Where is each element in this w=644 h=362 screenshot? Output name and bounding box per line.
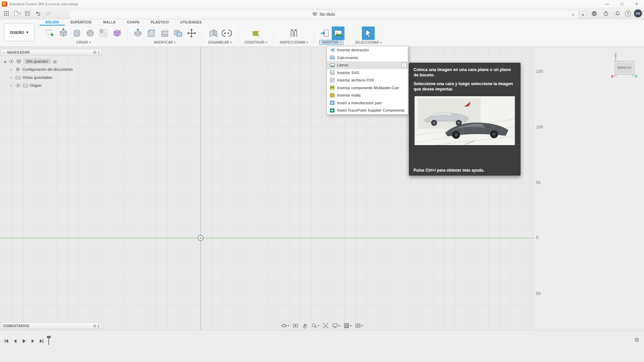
grid-settings-button[interactable]: ▾ <box>342 322 353 329</box>
press-pull-button[interactable] <box>131 26 144 40</box>
menu-item-insert-dxf[interactable]: Insertar archivos DXF <box>327 76 408 84</box>
save-button[interactable] <box>23 9 32 18</box>
look-at-button[interactable] <box>291 322 300 329</box>
combine-button[interactable] <box>172 26 184 40</box>
comments-grip-icon[interactable]: ∥ <box>98 324 100 328</box>
tab-superficie[interactable]: SUPERFICIE <box>65 20 98 25</box>
display-settings-button[interactable]: ▾ <box>331 322 341 329</box>
tab-malla[interactable]: MALLA <box>98 20 121 25</box>
create-sketch-button[interactable] <box>44 26 56 40</box>
app-grid-icon[interactable] <box>2 9 11 18</box>
construir-group-label[interactable]: CONSTRUIR ▾ <box>242 40 269 45</box>
orbit-button[interactable]: ▾ <box>280 322 290 329</box>
extrude-button[interactable] <box>57 26 70 40</box>
ribbon-group-insertar: INSERTAR ▾ <box>314 25 348 47</box>
revolve-button[interactable] <box>70 26 83 40</box>
redo-button[interactable] <box>44 9 53 18</box>
insertar-group-label[interactable]: INSERTAR ▾ <box>319 40 343 45</box>
root-expand-icon[interactable]: ◢ <box>3 60 7 63</box>
expand-icon[interactable]: ▷ <box>9 68 13 71</box>
fillet-button[interactable] <box>145 26 158 40</box>
activate-component-icon[interactable]: ◎ <box>53 59 56 64</box>
new-component-button[interactable] <box>207 26 220 40</box>
move-copy-button[interactable] <box>185 26 198 40</box>
menu-item-insert-svg[interactable]: Insertar SVG <box>327 69 408 77</box>
pan-button[interactable] <box>301 322 309 329</box>
shell-button[interactable] <box>158 26 171 40</box>
notifications-bell-icon[interactable] <box>613 9 622 18</box>
visibility-eye-icon[interactable] <box>8 59 14 64</box>
extensions-timer-icon[interactable] <box>601 9 610 18</box>
menu-item-insert-derive[interactable]: Insertar derivación <box>327 46 408 54</box>
document-tab[interactable]: Sin título <box>69 10 578 19</box>
new-tab-button[interactable]: + <box>580 11 586 18</box>
tree-item-document-settings[interactable]: ▷ ⚙ Configuración del documento <box>3 65 73 73</box>
construct-plane-button[interactable] <box>249 26 262 40</box>
view-navigation-toolbar: ▾ ▾ ▾ ▾ ▾ <box>280 322 364 329</box>
viewcube-y-axis-label[interactable]: Y <box>635 75 637 78</box>
skip-to-end-button[interactable] <box>38 337 45 345</box>
select-button[interactable] <box>362 26 375 40</box>
close-window-button[interactable]: × <box>629 0 644 8</box>
insert-canvas-button[interactable] <box>332 26 344 40</box>
fit-button[interactable] <box>321 322 330 329</box>
job-status-icon[interactable] <box>590 9 598 18</box>
menu-item-insert-manufacturer-part[interactable]: Insert a manufacturer part <box>327 99 408 107</box>
create-form-button[interactable] <box>111 26 123 40</box>
collapse-navigator-icon[interactable]: « <box>3 50 5 54</box>
navigator-minimize-icon[interactable]: ⊖ <box>93 50 96 55</box>
undo-button[interactable] <box>34 9 42 18</box>
timeline-settings-gear-icon[interactable]: ⚙ <box>634 337 639 344</box>
tab-plastico[interactable]: PLÁSTICO <box>145 20 175 25</box>
timeline-position-marker[interactable] <box>47 336 51 345</box>
workspace-selector-button[interactable]: DISEÑO ▾ <box>4 23 34 41</box>
viewcube-z-axis-label[interactable]: Z <box>614 52 617 57</box>
measure-button[interactable] <box>287 26 300 40</box>
joint-button[interactable] <box>220 26 233 40</box>
ensamblar-group-label[interactable]: ENSAMBLAR ▾ <box>206 40 234 45</box>
tree-item-saved-views[interactable]: ▷ Vistas guardadas <box>3 73 73 81</box>
step-forward-button[interactable] <box>29 337 36 345</box>
step-back-button[interactable] <box>11 337 19 345</box>
file-menu-button[interactable]: ▾ <box>12 9 21 18</box>
play-button[interactable] <box>20 337 28 345</box>
expand-icon[interactable]: ▷ <box>9 84 13 87</box>
pattern-button[interactable] <box>97 26 110 40</box>
viewcube-x-axis-label[interactable]: X <box>611 75 613 78</box>
seleccionar-group-label[interactable]: SELECCIONAR ▾ <box>353 40 384 45</box>
visibility-eye-icon[interactable] <box>15 83 21 88</box>
skip-to-start-button[interactable] <box>3 337 10 345</box>
modeling-canvas[interactable]: 150 100 50 0 50 <box>0 47 644 330</box>
sweep-button[interactable] <box>84 26 97 40</box>
tree-root-row[interactable]: ◢ (Sin guardar) ◎ <box>3 57 73 65</box>
viewcube[interactable]: Z DERECHA X Y <box>611 52 638 80</box>
menu-item-insert-mcmaster[interactable]: Insertar componente McMaster-Carr <box>327 84 408 92</box>
navigator-grip-icon[interactable]: ∥ <box>98 50 100 55</box>
menu-item-decal[interactable]: Calcomanía <box>327 54 408 62</box>
modificar-group-label[interactable]: MODIFICAR ▾ <box>152 40 178 45</box>
maximize-button[interactable]: □ <box>614 0 629 8</box>
crear-group-label[interactable]: CREAR ▾ <box>74 40 93 45</box>
menu-item-canvas[interactable]: Lienzo ⋮ <box>327 61 408 69</box>
minimize-button[interactable]: — <box>600 0 614 8</box>
origin-marker[interactable] <box>198 235 204 241</box>
comments-minimize-icon[interactable]: ⊖ <box>93 323 96 328</box>
menu-item-insert-traceparts[interactable]: Insert TraceParts Supplier Components <box>327 107 408 114</box>
insert-derive-button[interactable] <box>318 26 331 40</box>
inspeccionar-group-label[interactable]: INSPECCIONAR ▾ <box>277 40 310 45</box>
tab-solido[interactable]: SOLIDO <box>40 20 65 25</box>
close-tab-button[interactable]: × <box>570 12 576 18</box>
browser-tree: ◢ (Sin guardar) ◎ ▷ ⚙ Configuración del … <box>3 57 73 89</box>
viewports-button[interactable]: ▾ <box>354 322 364 329</box>
tab-chapa[interactable]: CHAPA <box>121 20 145 25</box>
menu-item-options-button[interactable]: ⋮ <box>401 62 407 68</box>
help-icon[interactable]: ? <box>625 10 631 16</box>
zoom-button[interactable]: ▾ <box>310 322 320 329</box>
user-avatar[interactable]: GS <box>634 9 642 17</box>
tree-item-origin[interactable]: ▷ Origen <box>3 81 73 89</box>
menu-item-insert-mesh[interactable]: Insertar malla <box>327 92 408 99</box>
root-node-label[interactable]: (Sin guardar) <box>23 59 51 64</box>
tab-utilidades[interactable]: UTILIDADES <box>174 20 207 25</box>
viewcube-face-derecha[interactable]: DERECHA <box>615 61 634 74</box>
expand-icon[interactable]: ▷ <box>9 76 13 79</box>
